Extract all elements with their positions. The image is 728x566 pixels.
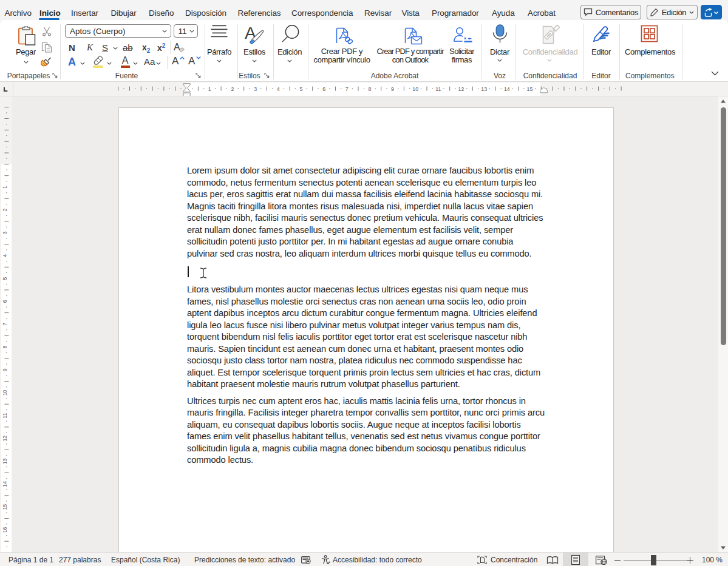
svg-text:10: 10 xyxy=(412,86,418,92)
svg-text:4: 4 xyxy=(277,86,280,92)
svg-text:A: A xyxy=(174,42,180,52)
svg-text:8: 8 xyxy=(368,86,371,92)
svg-text:2: 2 xyxy=(2,209,8,212)
svg-text:13: 13 xyxy=(481,86,487,92)
svg-text:16: 16 xyxy=(2,527,8,533)
svg-text:4: 4 xyxy=(2,254,8,257)
svg-text:12: 12 xyxy=(458,86,464,92)
svg-text:1: 1 xyxy=(208,86,211,92)
svg-text:3: 3 xyxy=(2,231,8,234)
svg-text:14: 14 xyxy=(504,86,510,92)
svg-text:9: 9 xyxy=(391,86,394,92)
svg-text:11: 11 xyxy=(2,413,8,418)
svg-text:15: 15 xyxy=(527,86,533,92)
svg-text:5: 5 xyxy=(299,86,302,92)
svg-text:9: 9 xyxy=(2,368,8,371)
svg-text:3: 3 xyxy=(254,86,257,92)
svg-text:13: 13 xyxy=(2,458,8,464)
svg-text:6: 6 xyxy=(322,86,325,92)
svg-text:8: 8 xyxy=(2,346,8,349)
svg-text:6: 6 xyxy=(2,300,8,303)
svg-text:11: 11 xyxy=(435,86,441,92)
svg-text:2: 2 xyxy=(231,86,234,92)
svg-text:10: 10 xyxy=(2,389,8,396)
svg-text:7: 7 xyxy=(2,323,8,326)
svg-text:1: 1 xyxy=(2,186,8,189)
svg-text:14: 14 xyxy=(2,481,8,487)
svg-text:7: 7 xyxy=(345,86,349,92)
svg-text:5: 5 xyxy=(2,277,8,280)
svg-text:15: 15 xyxy=(2,504,8,510)
svg-text:12: 12 xyxy=(2,436,8,442)
